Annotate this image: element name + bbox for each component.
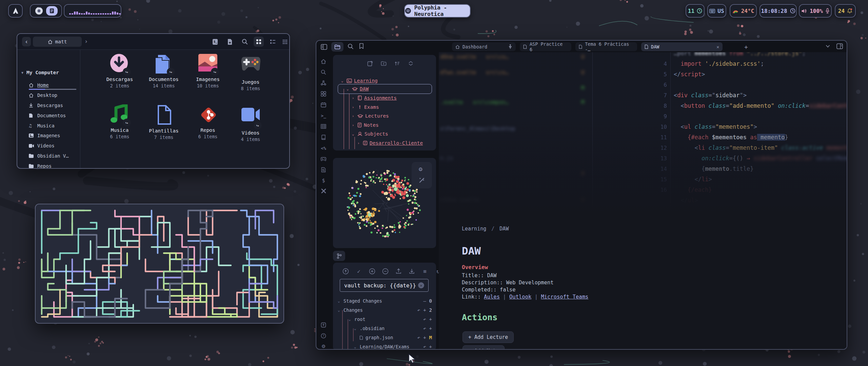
sidebar-item-videos[interactable]: Videos bbox=[17, 141, 80, 150]
tree-item-daw[interactable]: ⌄ DAW bbox=[347, 85, 369, 93]
link-aules[interactable]: Aules bbox=[484, 294, 500, 300]
tab-list-chevron-icon[interactable] bbox=[826, 45, 830, 48]
git-source-control-tab[interactable] bbox=[333, 251, 345, 261]
tab-asp-practice-6[interactable]: ASP Practice 6 bbox=[520, 42, 571, 51]
rail-help-icon[interactable]: ? bbox=[319, 331, 328, 340]
git-stage-all-icon[interactable] bbox=[368, 267, 376, 276]
sidebar-item-musica[interactable]: ♫ Musica bbox=[17, 121, 80, 130]
sidebar-item-descargas[interactable]: Descargas bbox=[17, 101, 80, 110]
rail-book-icon[interactable] bbox=[319, 133, 328, 142]
unstage-icon[interactable]: — bbox=[423, 298, 426, 304]
git-row-root[interactable]: ⌄root ↶+ bbox=[349, 315, 432, 324]
graph-filter-wand-icon[interactable] bbox=[418, 177, 425, 184]
grid-view-button[interactable] bbox=[254, 37, 264, 47]
rail-settings-icon[interactable]: ⚙ bbox=[319, 342, 328, 350]
bookmarks-tab-icon[interactable] bbox=[359, 43, 364, 49]
rail-currency-icon[interactable]: $ bbox=[319, 176, 328, 185]
rail-graph-icon[interactable] bbox=[319, 79, 328, 87]
git-row-learning-daw-exams[interactable]: ⌄Learning/DAW/Exams ↶+ bbox=[354, 342, 432, 350]
rail-vault-switcher-icon[interactable] bbox=[319, 321, 328, 329]
new-document-icon[interactable] bbox=[226, 38, 234, 45]
stage-icon[interactable]: + bbox=[423, 307, 426, 313]
discard-icon[interactable]: ↶ bbox=[423, 317, 426, 322]
tree-item-learning[interactable]: ⌄ Learning bbox=[341, 77, 378, 85]
folder-repos[interactable]: Repos 6 items bbox=[186, 104, 229, 139]
new-folder-icon[interactable] bbox=[379, 59, 388, 68]
rail-templater-icon[interactable]: <% bbox=[319, 144, 328, 152]
graph-settings-icon[interactable]: ⚙ bbox=[419, 165, 422, 172]
folder-juegos[interactable]: Juegos 8 items bbox=[229, 54, 272, 91]
tree-item-assignments[interactable]: › Assignments bbox=[352, 94, 397, 102]
add-note-button[interactable]: + Add Note bbox=[462, 345, 505, 350]
git-push-icon[interactable] bbox=[394, 267, 403, 276]
stage-icon[interactable]: + bbox=[429, 326, 432, 331]
discard-icon[interactable]: ↶ bbox=[417, 307, 420, 313]
sidebar-item-obsidian-vault[interactable]: Obsidian V… bbox=[17, 151, 80, 160]
right-sidebar-toggle-icon[interactable] bbox=[836, 43, 843, 49]
search-icon[interactable] bbox=[241, 38, 249, 45]
sort-order-icon[interactable] bbox=[393, 59, 401, 68]
files-tab-icon[interactable] bbox=[331, 42, 343, 52]
rail-file-search-icon[interactable] bbox=[319, 165, 328, 174]
launcher-button[interactable] bbox=[8, 4, 23, 18]
folder-descargas[interactable]: ↪ Descargas 2 items bbox=[98, 54, 141, 88]
git-row-obsidian-folder[interactable]: ⌄.obsidian ↶+ bbox=[354, 324, 432, 333]
git-changes-list-icon[interactable]: ≡ bbox=[420, 267, 429, 276]
nav-back-button[interactable]: ‹ bbox=[22, 37, 31, 46]
tree-item-desarrollo-cliente[interactable]: › Desarrollo-Cliente bbox=[357, 139, 423, 147]
folder-plantillas[interactable]: Plantillas 7 items bbox=[142, 104, 185, 140]
sidebar-item-desktop[interactable]: Desktop bbox=[17, 91, 80, 100]
sidebar-item-repos[interactable]: Repos bbox=[17, 162, 80, 169]
sidebar-section-my-computer[interactable]: ▼ My Computer bbox=[21, 70, 59, 75]
open-terminal-icon[interactable]: $_ bbox=[211, 38, 219, 45]
new-tab-button[interactable]: + bbox=[744, 43, 748, 50]
weather-widget[interactable]: 24°C bbox=[730, 4, 757, 18]
folder-documentos[interactable]: ↪ Documentos 14 items bbox=[142, 54, 185, 88]
git-commit-icon[interactable]: ✓ bbox=[354, 267, 363, 276]
compact-view-icon[interactable] bbox=[281, 38, 289, 45]
git-row-graph-json[interactable]: graph.json ↶+M bbox=[359, 333, 432, 342]
add-lecture-button[interactable]: + Add Lecture bbox=[462, 331, 514, 343]
media-widget[interactable]: Polyphia - Neurotica bbox=[404, 4, 471, 18]
clock-widget[interactable]: 18:08:28 bbox=[760, 4, 797, 18]
git-pull-icon[interactable] bbox=[407, 267, 416, 276]
close-tab-icon[interactable]: ✕ bbox=[716, 44, 719, 49]
sidebar-item-documentos[interactable]: Documentos bbox=[17, 111, 80, 120]
tree-item-exams[interactable]: › ! Exams bbox=[352, 103, 379, 111]
rail-gamepad-icon[interactable] bbox=[319, 155, 328, 163]
left-sidebar-toggle-icon[interactable] bbox=[320, 43, 328, 50]
rail-tools-icon[interactable] bbox=[319, 186, 328, 195]
sidebar-item-home[interactable]: Home bbox=[17, 81, 80, 89]
nav-forward-button[interactable]: › bbox=[84, 38, 88, 45]
tree-item-notes[interactable]: › Notes bbox=[352, 121, 379, 129]
tab-daw[interactable]: DAW ✕ bbox=[641, 42, 723, 51]
tree-item-lectures[interactable]: › Lectures bbox=[352, 112, 389, 120]
link-outlook[interactable]: Outlook bbox=[509, 294, 531, 300]
stage-icon[interactable]: + bbox=[423, 335, 426, 340]
discard-icon[interactable]: ↶ bbox=[423, 344, 426, 349]
keyboard-layout-widget[interactable]: US bbox=[707, 4, 726, 18]
rail-terminal-icon[interactable]: >_ bbox=[319, 111, 328, 120]
collapse-all-icon[interactable] bbox=[406, 59, 415, 68]
link-microsoft-teams[interactable]: Microsoft Teams bbox=[541, 294, 588, 300]
rail-home-icon[interactable] bbox=[319, 57, 328, 66]
git-row-changes[interactable]: ⌄Changes ↶+2 bbox=[338, 306, 432, 314]
tree-item-subjects[interactable]: ⌄ Subjects bbox=[352, 130, 388, 138]
new-note-icon[interactable] bbox=[366, 59, 374, 68]
folder-imagenes[interactable]: ↪ Imagenes 10 items bbox=[186, 54, 229, 88]
stage-icon[interactable]: + bbox=[429, 344, 432, 349]
folder-videos[interactable]: ↪ Videos 4 items bbox=[229, 104, 272, 142]
rail-canvas-icon[interactable] bbox=[319, 89, 328, 98]
notifications-widget[interactable]: 24 bbox=[835, 4, 856, 18]
sidebar-item-imagenes[interactable]: Imagenes bbox=[17, 131, 80, 140]
discard-icon[interactable]: ↶ bbox=[423, 326, 426, 331]
clear-message-icon[interactable]: ✕ bbox=[418, 282, 424, 288]
git-unstage-all-icon[interactable] bbox=[381, 267, 390, 276]
discard-icon[interactable]: ↶ bbox=[417, 335, 420, 340]
search-tab-icon[interactable] bbox=[348, 43, 354, 49]
updates-widget[interactable]: 11 bbox=[686, 4, 705, 18]
rail-search-icon[interactable] bbox=[319, 68, 328, 77]
rail-table-icon[interactable] bbox=[319, 122, 328, 131]
firefox-icon[interactable] bbox=[35, 6, 43, 15]
tab-tema-6-practicas[interactable]: Tema 6 Prácticas -… bbox=[575, 42, 637, 51]
